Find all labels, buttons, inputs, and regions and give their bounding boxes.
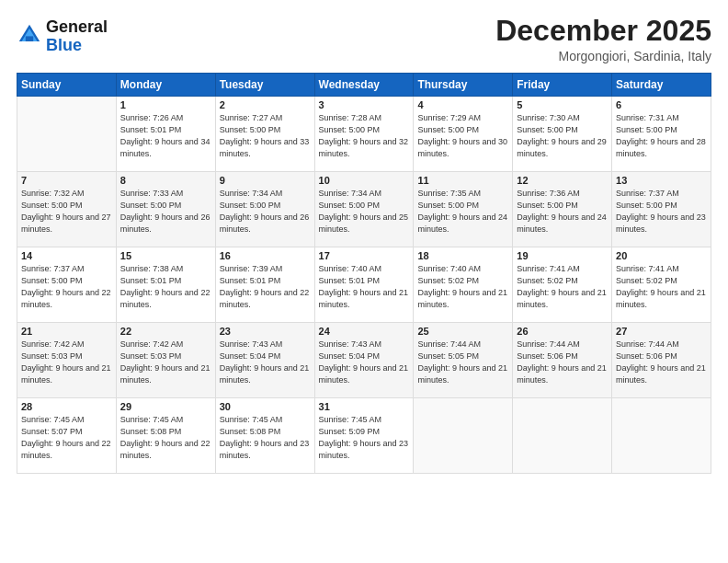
day-info: Sunrise: 7:32 AMSunset: 5:00 PMDaylight:… <box>21 188 112 236</box>
day-number: 24 <box>319 326 410 337</box>
day-number: 12 <box>517 175 608 186</box>
calendar-day-cell: 13Sunrise: 7:37 AMSunset: 5:00 PMDayligh… <box>612 172 711 247</box>
calendar-day-cell: 27Sunrise: 7:44 AMSunset: 5:06 PMDayligh… <box>612 323 711 398</box>
day-info: Sunrise: 7:30 AMSunset: 5:00 PMDaylight:… <box>517 112 608 160</box>
calendar-day-cell: 5Sunrise: 7:30 AMSunset: 5:00 PMDaylight… <box>513 97 612 172</box>
calendar-day-cell: 3Sunrise: 7:28 AMSunset: 5:00 PMDaylight… <box>314 97 414 172</box>
day-number: 29 <box>120 401 211 412</box>
calendar-header-monday: Monday <box>116 74 215 97</box>
calendar-day-cell: 15Sunrise: 7:38 AMSunset: 5:01 PMDayligh… <box>116 247 215 323</box>
day-number: 28 <box>21 401 112 412</box>
day-info: Sunrise: 7:39 AMSunset: 5:01 PMDaylight:… <box>220 263 311 311</box>
calendar-day-cell: 8Sunrise: 7:33 AMSunset: 5:00 PMDaylight… <box>116 172 215 247</box>
day-number: 19 <box>517 250 608 261</box>
calendar-day-cell: 7Sunrise: 7:32 AMSunset: 5:00 PMDaylight… <box>17 172 117 247</box>
day-info: Sunrise: 7:37 AMSunset: 5:00 PMDaylight:… <box>616 188 707 236</box>
day-info: Sunrise: 7:34 AMSunset: 5:00 PMDaylight:… <box>319 188 410 236</box>
day-info: Sunrise: 7:45 AMSunset: 5:09 PMDaylight:… <box>319 414 410 462</box>
calendar-day-cell: 19Sunrise: 7:41 AMSunset: 5:02 PMDayligh… <box>513 247 612 323</box>
day-info: Sunrise: 7:42 AMSunset: 5:03 PMDaylight:… <box>120 339 211 386</box>
day-info: Sunrise: 7:35 AMSunset: 5:00 PMDaylight:… <box>417 188 508 236</box>
day-number: 20 <box>616 250 707 261</box>
calendar-day-cell: 22Sunrise: 7:42 AMSunset: 5:03 PMDayligh… <box>116 323 215 398</box>
calendar-day-cell: 23Sunrise: 7:43 AMSunset: 5:04 PMDayligh… <box>215 323 314 398</box>
calendar-day-cell: 24Sunrise: 7:43 AMSunset: 5:04 PMDayligh… <box>314 323 414 398</box>
day-number: 11 <box>417 175 508 186</box>
day-info: Sunrise: 7:44 AMSunset: 5:05 PMDaylight:… <box>417 339 508 386</box>
day-number: 6 <box>616 99 707 110</box>
day-info: Sunrise: 7:31 AMSunset: 5:00 PMDaylight:… <box>616 112 707 160</box>
day-info: Sunrise: 7:27 AMSunset: 5:00 PMDaylight:… <box>220 112 311 160</box>
calendar-day-cell: 30Sunrise: 7:45 AMSunset: 5:08 PMDayligh… <box>215 398 314 474</box>
calendar-header-sunday: Sunday <box>17 74 117 97</box>
day-number: 26 <box>517 326 608 337</box>
calendar-header-tuesday: Tuesday <box>215 74 314 97</box>
calendar-week-row: 14Sunrise: 7:37 AMSunset: 5:00 PMDayligh… <box>17 247 711 323</box>
day-info: Sunrise: 7:29 AMSunset: 5:00 PMDaylight:… <box>417 112 508 160</box>
day-number: 5 <box>517 99 608 110</box>
day-info: Sunrise: 7:26 AMSunset: 5:01 PMDaylight:… <box>120 112 211 160</box>
logo-general-text: General <box>46 18 108 37</box>
day-number: 3 <box>319 99 410 110</box>
day-info: Sunrise: 7:38 AMSunset: 5:01 PMDaylight:… <box>120 263 211 311</box>
calendar-day-cell: 25Sunrise: 7:44 AMSunset: 5:05 PMDayligh… <box>414 323 513 398</box>
calendar-header-friday: Friday <box>513 74 612 97</box>
calendar-day-cell <box>513 398 612 474</box>
logo: General Blue <box>17 18 108 55</box>
day-info: Sunrise: 7:41 AMSunset: 5:02 PMDaylight:… <box>517 263 608 311</box>
svg-rect-2 <box>26 36 33 41</box>
day-number: 22 <box>120 326 211 337</box>
day-info: Sunrise: 7:43 AMSunset: 5:04 PMDaylight:… <box>319 339 410 386</box>
day-number: 4 <box>417 99 508 110</box>
day-number: 8 <box>120 175 211 186</box>
calendar-day-cell: 9Sunrise: 7:34 AMSunset: 5:00 PMDaylight… <box>215 172 314 247</box>
day-info: Sunrise: 7:44 AMSunset: 5:06 PMDaylight:… <box>517 339 608 386</box>
day-number: 16 <box>220 250 311 261</box>
calendar-week-row: 1Sunrise: 7:26 AMSunset: 5:01 PMDaylight… <box>17 97 711 172</box>
day-number: 27 <box>616 326 707 337</box>
day-number: 18 <box>417 250 508 261</box>
day-info: Sunrise: 7:45 AMSunset: 5:08 PMDaylight:… <box>120 414 211 462</box>
day-info: Sunrise: 7:41 AMSunset: 5:02 PMDaylight:… <box>616 263 707 311</box>
calendar-day-cell: 17Sunrise: 7:40 AMSunset: 5:01 PMDayligh… <box>314 247 414 323</box>
day-number: 31 <box>319 401 410 412</box>
day-info: Sunrise: 7:34 AMSunset: 5:00 PMDaylight:… <box>220 188 311 236</box>
calendar-day-cell: 14Sunrise: 7:37 AMSunset: 5:00 PMDayligh… <box>17 247 117 323</box>
calendar-day-cell: 21Sunrise: 7:42 AMSunset: 5:03 PMDayligh… <box>17 323 117 398</box>
day-info: Sunrise: 7:40 AMSunset: 5:02 PMDaylight:… <box>417 263 508 311</box>
calendar-header-wednesday: Wednesday <box>314 74 414 97</box>
calendar-day-cell: 2Sunrise: 7:27 AMSunset: 5:00 PMDaylight… <box>215 97 314 172</box>
header: General Blue December 2025 Morgongiori, … <box>17 15 711 63</box>
day-info: Sunrise: 7:28 AMSunset: 5:00 PMDaylight:… <box>319 112 410 160</box>
logo-icon <box>17 22 42 48</box>
day-number: 21 <box>21 326 112 337</box>
calendar-week-row: 21Sunrise: 7:42 AMSunset: 5:03 PMDayligh… <box>17 323 711 398</box>
calendar-day-cell: 6Sunrise: 7:31 AMSunset: 5:00 PMDaylight… <box>612 97 711 172</box>
day-info: Sunrise: 7:45 AMSunset: 5:08 PMDaylight:… <box>220 414 311 462</box>
calendar-day-cell: 20Sunrise: 7:41 AMSunset: 5:02 PMDayligh… <box>612 247 711 323</box>
calendar-header-thursday: Thursday <box>414 74 513 97</box>
calendar-day-cell: 10Sunrise: 7:34 AMSunset: 5:00 PMDayligh… <box>314 172 414 247</box>
calendar-day-cell <box>17 97 117 172</box>
day-info: Sunrise: 7:40 AMSunset: 5:01 PMDaylight:… <box>319 263 410 311</box>
day-number: 1 <box>120 99 211 110</box>
calendar-day-cell: 26Sunrise: 7:44 AMSunset: 5:06 PMDayligh… <box>513 323 612 398</box>
day-number: 30 <box>220 401 311 412</box>
calendar-week-row: 28Sunrise: 7:45 AMSunset: 5:07 PMDayligh… <box>17 398 711 474</box>
calendar-header-row: SundayMondayTuesdayWednesdayThursdayFrid… <box>17 74 711 97</box>
day-info: Sunrise: 7:37 AMSunset: 5:00 PMDaylight:… <box>21 263 112 311</box>
calendar-day-cell: 1Sunrise: 7:26 AMSunset: 5:01 PMDaylight… <box>116 97 215 172</box>
calendar-day-cell <box>414 398 513 474</box>
calendar-day-cell: 12Sunrise: 7:36 AMSunset: 5:00 PMDayligh… <box>513 172 612 247</box>
day-info: Sunrise: 7:43 AMSunset: 5:04 PMDaylight:… <box>220 339 311 386</box>
day-number: 15 <box>120 250 211 261</box>
day-number: 14 <box>21 250 112 261</box>
day-info: Sunrise: 7:36 AMSunset: 5:00 PMDaylight:… <box>517 188 608 236</box>
calendar-day-cell: 11Sunrise: 7:35 AMSunset: 5:00 PMDayligh… <box>414 172 513 247</box>
calendar-table: SundayMondayTuesdayWednesdayThursdayFrid… <box>17 73 711 474</box>
day-number: 7 <box>21 175 112 186</box>
day-info: Sunrise: 7:44 AMSunset: 5:06 PMDaylight:… <box>616 339 707 386</box>
day-number: 23 <box>220 326 311 337</box>
day-number: 10 <box>319 175 410 186</box>
calendar-week-row: 7Sunrise: 7:32 AMSunset: 5:00 PMDaylight… <box>17 172 711 247</box>
